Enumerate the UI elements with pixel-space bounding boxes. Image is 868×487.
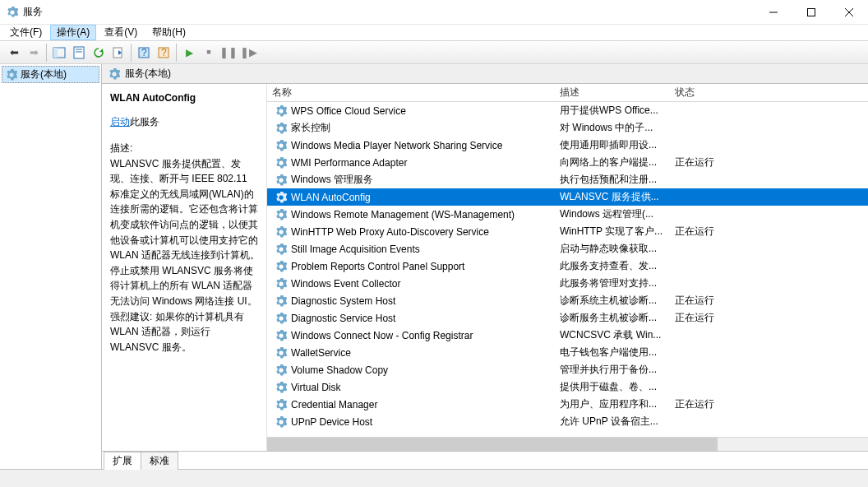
tree-root-services-local[interactable]: 服务(本地) (2, 66, 99, 83)
cell-desc: 诊断系统主机被诊断... (555, 292, 670, 309)
service-row[interactable]: WPS Office Cloud Service用于提供WPS Office..… (267, 102, 868, 119)
cell-status (670, 378, 785, 396)
service-row[interactable]: Windows 管理服务执行包括预配和注册... (267, 171, 868, 188)
cell-name: Credential Manager (267, 396, 555, 413)
service-row[interactable]: WLAN AutoConfigWLANSVC 服务提供... (267, 188, 868, 206)
cell-desc: 执行包括预配和注册... (555, 171, 670, 188)
cell-status: 正在运行 (670, 396, 785, 413)
detail-pane: WLAN AutoConfig 启动此服务 描述: WLANSVC 服务提供配置… (102, 84, 266, 451)
service-row[interactable]: Volume Shadow Copy管理并执行用于备份... (267, 361, 868, 378)
col-name[interactable]: 名称 (267, 84, 555, 102)
menu-help[interactable]: 帮助(H) (145, 25, 192, 40)
cell-desc: Windows 远程管理(... (555, 206, 670, 223)
gear-icon (108, 68, 120, 80)
service-row[interactable]: Diagnostic Service Host诊断服务主机被诊断...正在运行 (267, 309, 868, 327)
list-body[interactable]: WPS Office Cloud Service用于提供WPS Office..… (267, 102, 868, 437)
pause-service-button[interactable]: ❚❚ (219, 44, 238, 62)
col-status[interactable]: 状态 (670, 84, 785, 102)
description-body: WLANSVC 服务提供配置、发现、连接、断开与 IEEE 802.11 标准定… (110, 156, 260, 355)
cell-status (670, 119, 785, 137)
cell-status (670, 361, 785, 378)
service-row[interactable]: Problem Reports Control Panel Support此服务… (267, 257, 868, 275)
restart-service-button[interactable]: ❚▶ (239, 44, 257, 62)
svg-rect-6 (74, 47, 84, 58)
service-list: 名称 描述 状态 WPS Office Cloud Service用于提供WPS… (266, 84, 868, 451)
service-row[interactable]: UPnP Device Host允许 UPnP 设备宿主... (267, 413, 868, 430)
description-label: 描述: (110, 141, 260, 156)
service-row[interactable]: Windows Event Collector此服务将管理对支持... (267, 275, 868, 292)
cell-name: Windows Event Collector (267, 275, 555, 292)
help-button[interactable]: ? (135, 44, 153, 62)
cell-name: Windows Connect Now - Config Registrar (267, 327, 555, 344)
service-row[interactable]: WinHTTP Web Proxy Auto-Discovery Service… (267, 223, 868, 240)
properties-button[interactable] (70, 44, 88, 62)
cell-name: Windows Media Player Network Sharing Ser… (267, 137, 555, 154)
svg-text:?: ? (161, 47, 167, 58)
cell-status: 正在运行 (670, 223, 785, 240)
cell-name: Problem Reports Control Panel Support (267, 257, 555, 275)
refresh-button[interactable] (90, 44, 108, 62)
cell-status (670, 275, 785, 292)
menu-action[interactable]: 操作(A) (50, 25, 96, 40)
tree-pane: 服务(本地) (0, 64, 102, 469)
tab-extended[interactable]: 扩展 (104, 452, 141, 470)
menu-file[interactable]: 文件(F) (3, 25, 48, 40)
right-header-label: 服务(本地) (125, 67, 171, 81)
service-row[interactable]: Windows Remote Management (WS-Management… (267, 206, 868, 223)
svg-rect-5 (53, 48, 58, 58)
service-row[interactable]: WalletService电子钱包客户端使用... (267, 344, 868, 361)
minimize-button[interactable] (755, 0, 792, 25)
cell-desc: 用于提供WPS Office... (555, 102, 670, 119)
close-button[interactable] (830, 0, 868, 25)
cell-desc: WCNCSVC 承载 Win... (555, 327, 670, 344)
cell-status (670, 206, 785, 223)
service-row[interactable]: WMI Performance Adapter向网络上的客户端提...正在运行 (267, 154, 868, 171)
cell-status (670, 171, 785, 188)
service-row[interactable]: Diagnostic System Host诊断系统主机被诊断...正在运行 (267, 292, 868, 309)
cell-name: Virtual Disk (267, 378, 555, 396)
cell-desc: 为用户、应用程序和... (555, 396, 670, 413)
cell-name: WMI Performance Adapter (267, 154, 555, 171)
window-title: 服务 (23, 5, 43, 19)
help2-button[interactable]: ? (155, 44, 173, 62)
cell-status: 正在运行 (670, 309, 785, 327)
cell-desc: WLANSVC 服务提供... (555, 188, 670, 206)
menu-bar: 文件(F) 操作(A) 查看(V) 帮助(H) (0, 25, 868, 41)
cell-status (670, 344, 785, 361)
list-header: 名称 描述 状态 (267, 84, 868, 102)
gear-icon (6, 69, 17, 81)
stop-service-button[interactable]: ■ (200, 44, 218, 62)
tree-root-label: 服务(本地) (21, 67, 67, 81)
cell-desc: 提供用于磁盘、卷、... (555, 378, 670, 396)
cell-name: WinHTTP Web Proxy Auto-Discovery Service (267, 223, 555, 240)
service-row[interactable]: Windows Connect Now - Config RegistrarWC… (267, 327, 868, 344)
cell-name: Windows Remote Management (WS-Management… (267, 206, 555, 223)
maximize-button[interactable] (792, 0, 830, 25)
col-desc[interactable]: 描述 (555, 84, 670, 102)
selected-service-name: WLAN AutoConfig (110, 92, 260, 104)
service-row[interactable]: Credential Manager为用户、应用程序和...正在运行 (267, 396, 868, 413)
cell-desc: 电子钱包客户端使用... (555, 344, 670, 361)
svg-text:?: ? (141, 47, 147, 58)
tab-standard[interactable]: 标准 (141, 452, 178, 470)
cell-status (670, 413, 785, 430)
start-service-link[interactable]: 启动 (110, 116, 130, 128)
service-row[interactable]: 家长控制对 Windows 中的子... (267, 119, 868, 137)
show-hide-tree-button[interactable] (50, 44, 68, 62)
cell-name: Volume Shadow Copy (267, 361, 555, 378)
forward-button[interactable]: ➡ (25, 44, 43, 62)
cell-desc: 允许 UPnP 设备宿主... (555, 413, 670, 430)
cell-desc: 管理并执行用于备份... (555, 361, 670, 378)
back-button[interactable]: ⬅ (5, 44, 23, 62)
start-service-button[interactable]: ▶ (180, 44, 198, 62)
service-row[interactable]: Windows Media Player Network Sharing Ser… (267, 137, 868, 154)
service-row[interactable]: Still Image Acquisition Events启动与静态映像获取.… (267, 240, 868, 257)
service-row[interactable]: Virtual Disk提供用于磁盘、卷、... (267, 378, 868, 396)
cell-desc: 此服务将管理对支持... (555, 275, 670, 292)
menu-view[interactable]: 查看(V) (98, 25, 144, 40)
cell-name: Still Image Acquisition Events (267, 240, 555, 257)
cell-status (670, 137, 785, 154)
start-suffix: 此服务 (130, 116, 159, 128)
horizontal-scrollbar[interactable] (267, 437, 868, 451)
export-button[interactable] (109, 44, 127, 62)
